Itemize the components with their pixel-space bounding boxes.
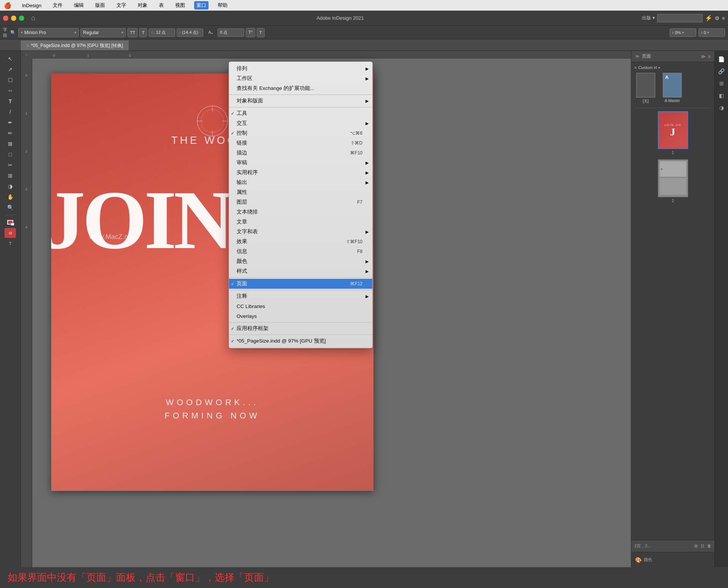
menu-icon[interactable]: ≡ <box>722 15 725 21</box>
menu-item-utilities[interactable]: 实用程序 ▶ <box>229 168 372 178</box>
menu-file[interactable]: 文件 <box>50 1 65 9</box>
page-1-thumb[interactable]: JOIN US J <box>658 111 688 149</box>
strip-links-icon[interactable]: 🔗 <box>716 66 727 77</box>
canvas-area[interactable]: ↕ 0 1 2 0 1 2 3 4 <box>21 51 631 567</box>
tab-close-button[interactable]: × <box>27 44 29 48</box>
rect-tool[interactable]: □ <box>5 149 16 159</box>
rect-frame-tool[interactable]: ⊠ <box>5 139 16 149</box>
menu-item-text-wrap[interactable]: 文本绕排 <box>229 207 372 217</box>
hand-tool[interactable]: ✋ <box>5 192 16 202</box>
gap-tool[interactable]: ⇿ <box>5 86 16 96</box>
direct-select-tool[interactable]: ↗ <box>5 64 16 74</box>
strip-palette-icon[interactable]: ◑ <box>716 102 727 113</box>
menu-item-styles[interactable]: 样式 ▶ <box>229 266 372 276</box>
menu-item-notes[interactable]: 注释 ▶ <box>229 291 372 301</box>
tt-button1[interactable]: TT <box>127 28 138 37</box>
menu-item-type-table[interactable]: 文字和表 ▶ <box>229 227 372 237</box>
panel-menu-icon[interactable]: ≡ <box>708 54 711 59</box>
pen-tool[interactable]: ✒ <box>5 118 16 127</box>
free-transform-tool[interactable]: ⊞ <box>5 171 16 181</box>
zoom-control[interactable]: ↕ 0% ▾ <box>670 28 696 37</box>
font-size-control[interactable]: ↑↓ 12 点 <box>149 28 175 37</box>
search-input[interactable] <box>657 14 703 22</box>
custom-h-control[interactable]: ≡ Custom H ▾ <box>634 65 711 70</box>
menu-item-effects-label: 效果 <box>237 238 247 245</box>
menu-table[interactable]: 表 <box>157 1 166 9</box>
menu-item-output[interactable]: 输出 ▶ <box>229 178 372 187</box>
menu-item-control-label: 控制 <box>237 130 247 137</box>
gradient-tool[interactable]: ◑ <box>5 181 16 191</box>
tracking-control[interactable]: 0 点 <box>218 28 244 37</box>
home-icon[interactable]: ⌂ <box>31 14 35 22</box>
text-tool-bottom[interactable]: T <box>5 239 16 248</box>
menu-edit[interactable]: 编辑 <box>72 1 86 9</box>
menu-indesign[interactable]: InDesign <box>20 2 44 9</box>
menu-object[interactable]: 对象 <box>135 1 150 9</box>
menu-item-overlays[interactable]: Overlays <box>229 311 372 321</box>
menu-text[interactable]: 文字 <box>114 1 129 9</box>
close-button[interactable] <box>3 16 8 21</box>
menu-item-stroke[interactable]: 描边 ⌘F10 <box>229 148 372 158</box>
new-page-icon[interactable]: ⊡ <box>701 544 704 549</box>
select-tool[interactable]: ↖ <box>5 54 16 64</box>
menu-item-effects[interactable]: 效果 ⇧⌘F10 <box>229 237 372 247</box>
maximize-button[interactable] <box>19 16 24 21</box>
type-tool[interactable]: T <box>5 96 16 106</box>
strip-pages-icon[interactable]: 📄 <box>716 54 727 64</box>
a-master-thumb[interactable]: A <box>663 73 682 97</box>
scissors-tool[interactable]: ✂ <box>5 160 16 170</box>
menu-item-info-label: 信息 <box>237 248 247 255</box>
menu-item-layers[interactable]: 图层 F7 <box>229 197 372 207</box>
t-superscript-button[interactable]: T <box>257 28 265 37</box>
leading-control[interactable]: ↕ (14.4 点) <box>177 28 203 37</box>
page-tool[interactable]: ☐ <box>5 75 16 85</box>
fill-stroke-icon[interactable] <box>5 217 16 227</box>
new-master-icon[interactable]: ⊞ <box>694 544 698 549</box>
menu-item-interact[interactable]: 交互 ▶ <box>229 118 372 128</box>
control-shortcut: ⌥⌘6 <box>350 130 362 136</box>
styles-arrow-icon: ▶ <box>366 269 369 274</box>
second-control[interactable]: ↕ 0 ▾ <box>698 28 725 37</box>
menu-item-tools[interactable]: ✓ 工具 <box>229 108 372 118</box>
zoom-tool[interactable]: 🔍 <box>5 203 16 212</box>
menu-item-control[interactable]: ✓ 控制 ⌥⌘6 <box>229 128 372 138</box>
menu-item-article[interactable]: 文章 <box>229 217 372 227</box>
menu-item-info[interactable]: 信息 F8 <box>229 247 372 256</box>
colors-panel: 🎨 颜色 <box>631 552 714 567</box>
font-style-selector[interactable]: Regular ▾ <box>80 28 126 37</box>
menu-window[interactable]: 窗口 <box>194 1 209 9</box>
menu-item-workspace[interactable]: 工作区 ▶ <box>229 74 372 83</box>
fill-none-icon[interactable]: ⊘ <box>5 228 16 238</box>
delete-page-icon[interactable]: 🗑 <box>707 544 711 549</box>
none-master-thumb[interactable] <box>636 73 655 97</box>
menu-layout[interactable]: 版面 <box>93 1 107 9</box>
panel-expand-icon[interactable]: ≫ <box>701 54 706 59</box>
strip-grid-icon[interactable]: ⊞ <box>716 78 727 89</box>
settings-icon[interactable]: ⚙ <box>715 15 720 21</box>
strip-layers-icon[interactable]: ◧ <box>716 90 727 101</box>
document-tab[interactable]: × *05_PageSize.indd @ 97% [GPU 预览] [转换] <box>21 41 129 50</box>
t-subscript-button[interactable]: Tᵀ <box>246 28 255 37</box>
menu-item-cc-libraries[interactable]: CC Libraries <box>229 301 372 311</box>
menu-view[interactable]: 视图 <box>173 1 187 9</box>
line-tool[interactable]: / <box>5 107 16 117</box>
menu-item-color[interactable]: 颜色 ▶ <box>229 256 372 266</box>
colors-palette-icon[interactable]: 🎨 <box>635 557 642 563</box>
menu-item-app-frame[interactable]: ✓ 应用程序框架 <box>229 324 372 333</box>
menu-item-links[interactable]: 链接 ⇧⌘D <box>229 138 372 148</box>
menu-item-properties[interactable]: 属性 <box>229 187 372 197</box>
font-name-selector[interactable]: ▾ Minion Pro ▾ <box>18 28 79 37</box>
page-2-thumb[interactable]: A <box>658 159 688 197</box>
minimize-button[interactable] <box>11 16 16 21</box>
pencil-tool[interactable]: ✏ <box>5 128 16 138</box>
menu-item-review[interactable]: 审稿 ▶ <box>229 158 372 168</box>
menu-help[interactable]: 帮助 <box>215 1 230 9</box>
menu-item-arrange[interactable]: 排列 ▶ <box>229 64 372 74</box>
menu-item-exchange[interactable]: 查找有关 Exchange 的扩展功能... <box>229 83 372 93</box>
menu-item-pages[interactable]: ✓ 页面 ⌘F12 <box>229 279 372 289</box>
lightning-icon[interactable]: ⚡ <box>705 14 712 22</box>
menu-item-object-layout[interactable]: 对象和版面 ▶ <box>229 96 372 106</box>
tt-button2[interactable]: T <box>139 28 147 37</box>
menu-item-current-doc[interactable]: ✓ *05_PageSize.indd @ 97% [GPU 预览] <box>229 336 372 346</box>
apple-menu[interactable]: 🍎 <box>4 2 11 9</box>
